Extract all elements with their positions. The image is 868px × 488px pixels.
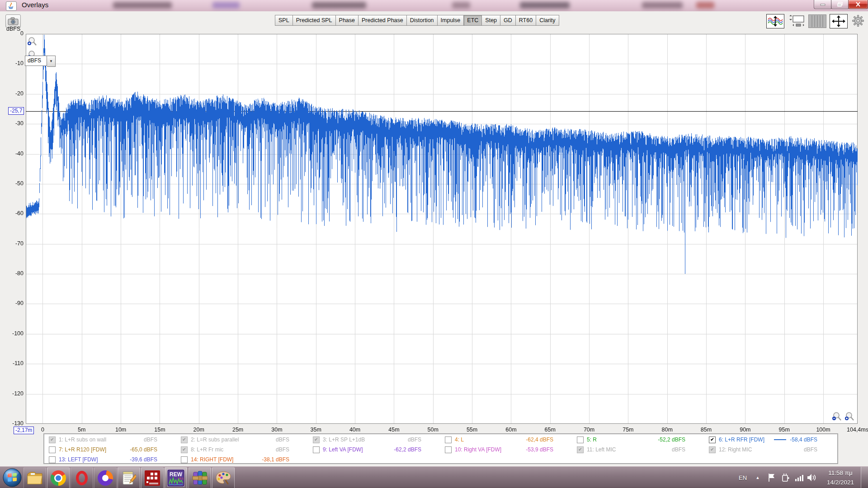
measurement-label: 10: Right VA [FDW] bbox=[455, 446, 501, 453]
language-indicator[interactable]: EN bbox=[736, 467, 750, 488]
y-tick-label: -50 bbox=[0, 180, 24, 187]
notepad-pencil-icon bbox=[122, 470, 136, 486]
taskbar-item-winrar[interactable] bbox=[189, 467, 211, 488]
network-signal-icon bbox=[795, 474, 804, 482]
taskbar-item-avast-browser[interactable] bbox=[94, 467, 117, 488]
y-tick-label: -80 bbox=[0, 270, 24, 277]
taskbar-item-notepad[interactable] bbox=[118, 467, 140, 488]
start-button[interactable] bbox=[2, 468, 22, 488]
tab-distortion[interactable]: Distortion bbox=[407, 15, 438, 26]
measurement-checkbox[interactable] bbox=[181, 456, 188, 463]
x-tick-label: 75m bbox=[623, 427, 633, 433]
tab-predicted-phase[interactable]: Predicted Phase bbox=[359, 15, 407, 26]
windows-start-orb-icon bbox=[2, 468, 22, 488]
power-plug-icon bbox=[781, 473, 791, 483]
x-tick-label: 80m bbox=[662, 427, 673, 433]
overlays-window: SPLPredicted SPLPhasePredicted PhaseDist… bbox=[0, 11, 868, 466]
y-tick-label: -110 bbox=[0, 360, 24, 366]
show-hidden-icons-button[interactable]: ▲ bbox=[753, 467, 762, 488]
taskbar-item-opera[interactable] bbox=[71, 467, 93, 488]
measurement-value: dBFS bbox=[276, 436, 289, 443]
chevron-down-icon[interactable]: ▼ bbox=[47, 56, 56, 67]
measurement-checkbox[interactable]: ✔ bbox=[709, 446, 716, 453]
action-center-button[interactable] bbox=[768, 467, 776, 488]
measurement-checkbox[interactable]: ✔ bbox=[181, 436, 188, 443]
restore-button[interactable] bbox=[831, 0, 849, 9]
x-tick-label: 95m bbox=[779, 427, 790, 433]
tab-phase[interactable]: Phase bbox=[336, 15, 359, 26]
zoom-out-x-button[interactable] bbox=[832, 412, 844, 422]
measurement-checkbox[interactable] bbox=[445, 436, 452, 443]
etc-graph-canvas[interactable] bbox=[0, 11, 868, 466]
measurement-checkbox[interactable]: ✔ bbox=[313, 436, 320, 443]
network-status-button[interactable] bbox=[795, 467, 804, 488]
measurement-checkbox[interactable]: ✔ bbox=[577, 446, 584, 453]
clock[interactable]: 11:58 πμ 14/2/2021 bbox=[822, 468, 859, 487]
tab-rt60[interactable]: RT60 bbox=[516, 15, 536, 26]
window-titlebar[interactable]: Overlays bbox=[0, 0, 868, 12]
measurement-label: 8: L+R Fr mic bbox=[191, 446, 223, 453]
zoom-in-x-button[interactable] bbox=[844, 412, 856, 422]
measurement-label: 11: Left MIC bbox=[587, 446, 616, 453]
taskbar-item-pixel-squares-app[interactable] bbox=[141, 467, 164, 488]
tab-clarity[interactable]: Clarity bbox=[536, 15, 559, 26]
x-tick-label: 10m bbox=[115, 427, 126, 433]
taskbar-item-rew[interactable]: REW V5.1 bbox=[165, 467, 187, 488]
tab-impulse[interactable]: Impulse bbox=[438, 15, 464, 26]
clock-date: 14/2/2021 bbox=[822, 478, 859, 487]
volume-button[interactable] bbox=[807, 467, 817, 488]
explorer-folder-icon bbox=[27, 471, 43, 485]
trace-color-swatch bbox=[774, 439, 786, 440]
pan-button[interactable] bbox=[830, 14, 848, 28]
power-status-icon-button[interactable] bbox=[781, 467, 791, 488]
align-traces-button[interactable] bbox=[766, 14, 784, 28]
background-blur bbox=[212, 2, 240, 9]
taskbar-item-explorer[interactable] bbox=[24, 467, 46, 488]
language-label: EN bbox=[739, 474, 747, 481]
measurement-label: 4: L bbox=[455, 436, 464, 443]
tab-step[interactable]: Step bbox=[482, 15, 500, 26]
tab-predicted-spl[interactable]: Predicted SPL bbox=[293, 15, 336, 26]
measurement-checkbox[interactable] bbox=[445, 446, 452, 453]
close-button[interactable] bbox=[848, 0, 868, 9]
x-tick-label: 25m bbox=[232, 427, 243, 433]
measurement-checkbox[interactable] bbox=[49, 456, 56, 463]
pan-arrows-icon bbox=[832, 15, 845, 27]
hidden-icons-arrow: ▲ bbox=[756, 475, 760, 480]
taskbar-item-paint[interactable] bbox=[212, 467, 235, 488]
show-desktop-button[interactable] bbox=[861, 467, 868, 488]
measurement-label: 2: L=R subs parallel bbox=[191, 436, 239, 443]
tab-gd[interactable]: GD bbox=[500, 15, 516, 26]
measurement-label: 9: Left VA [FDW] bbox=[323, 446, 363, 453]
background-blur bbox=[452, 2, 470, 9]
y-tick-label: -70 bbox=[0, 240, 24, 247]
unit-selector[interactable]: dBFS ▼ bbox=[25, 56, 56, 67]
taskbar-item-chrome[interactable] bbox=[47, 467, 70, 488]
graph-limits-button[interactable] bbox=[787, 14, 805, 28]
x-tick-label: 60m bbox=[505, 427, 516, 433]
tab-etc[interactable]: ETC bbox=[464, 15, 482, 26]
measurement-checkbox[interactable] bbox=[49, 446, 56, 453]
y-tick-label: -90 bbox=[0, 300, 24, 306]
measurement-checkbox[interactable] bbox=[577, 436, 584, 443]
settings-button[interactable] bbox=[851, 14, 865, 28]
spectrogram-button[interactable] bbox=[808, 14, 826, 28]
minimize-button[interactable] bbox=[814, 0, 832, 9]
measurement-checkbox[interactable]: ✔ bbox=[709, 436, 716, 443]
x-tick-label: 100m bbox=[816, 427, 830, 433]
measurement-checkbox[interactable]: ✔ bbox=[181, 446, 188, 453]
zoom-in-y-button[interactable] bbox=[27, 37, 39, 47]
avast-browser-icon bbox=[98, 470, 113, 486]
measurement-value: -53,9 dBFS bbox=[526, 446, 553, 453]
legend-entry: 9: Left VA [FDW]-62,2 dBFS bbox=[309, 445, 441, 455]
tab-spl[interactable]: SPL bbox=[275, 15, 293, 26]
graph-limits-icon bbox=[788, 14, 805, 27]
x-tick-label: 5m bbox=[78, 427, 85, 433]
legend-entry: 5: R-52,2 dBFS bbox=[573, 435, 705, 445]
background-blur bbox=[312, 2, 366, 9]
measurement-checkbox[interactable]: ✔ bbox=[49, 436, 56, 443]
measurement-value: -62,4 dBFS bbox=[526, 436, 553, 443]
measurement-checkbox[interactable] bbox=[313, 446, 320, 453]
x-tick-label: 65m bbox=[545, 427, 556, 433]
y-tick-label: -10 bbox=[0, 60, 24, 66]
